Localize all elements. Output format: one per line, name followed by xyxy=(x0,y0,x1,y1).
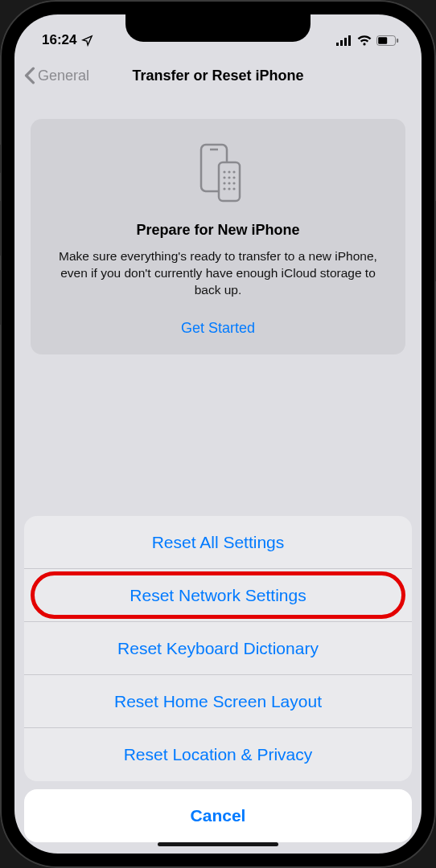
reset-location-privacy-button[interactable]: Reset Location & Privacy xyxy=(24,728,412,781)
cancel-label: Cancel xyxy=(191,806,246,825)
screen: 16:24 xyxy=(14,14,422,854)
reset-all-settings-button[interactable]: Reset All Settings xyxy=(24,516,412,569)
sheet-item-label: Reset Network Settings xyxy=(130,586,306,605)
sheet-item-label: Reset Home Screen Layout xyxy=(114,692,322,711)
sheet-item-label: Reset Keyboard Dictionary xyxy=(117,639,319,658)
cancel-button[interactable]: Cancel xyxy=(24,789,412,842)
reset-home-screen-layout-button[interactable]: Reset Home Screen Layout xyxy=(24,675,412,728)
sheet-item-label: Reset Location & Privacy xyxy=(124,745,313,764)
reset-network-settings-button[interactable]: Reset Network Settings xyxy=(24,569,412,622)
sheet-options-group: Reset All Settings Reset Network Setting… xyxy=(24,516,412,781)
action-sheet: Reset All Settings Reset Network Setting… xyxy=(14,516,422,854)
reset-keyboard-dictionary-button[interactable]: Reset Keyboard Dictionary xyxy=(24,622,412,675)
sheet-item-label: Reset All Settings xyxy=(152,533,285,552)
home-indicator[interactable] xyxy=(158,842,278,846)
notch xyxy=(125,14,311,42)
device-frame: 16:24 xyxy=(0,0,436,868)
